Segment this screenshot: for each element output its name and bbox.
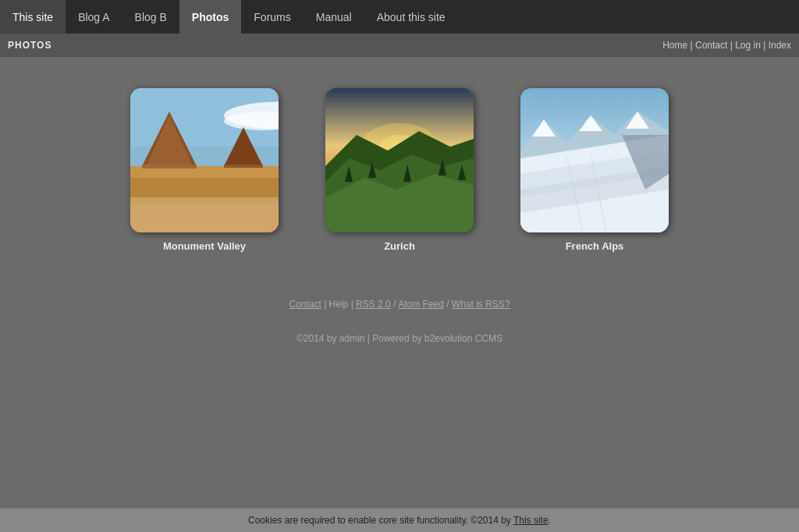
- page-title: Photos: [8, 40, 51, 51]
- svg-rect-10: [142, 165, 197, 168]
- photo-thumb-french-alps: [520, 88, 669, 232]
- photo-grid: Monument Valley: [130, 88, 669, 252]
- nav-item-forums[interactable]: Forums: [241, 0, 303, 34]
- breadcrumb-contact[interactable]: Contact: [695, 40, 727, 51]
- nav-item-photos[interactable]: Photos: [179, 0, 241, 34]
- photo-thumb-zurich: [325, 88, 474, 232]
- photo-label-monument-valley: Monument Valley: [163, 240, 246, 252]
- breadcrumb-links: Home | Contact | Log in | Index: [662, 40, 791, 51]
- main-nav: This site Blog A Blog B Photos Forums Ma…: [0, 0, 799, 34]
- footer-atom-link[interactable]: Atom Feed: [398, 299, 444, 310]
- photo-thumb-monument-valley: [130, 88, 279, 232]
- svg-rect-12: [130, 205, 279, 232]
- breadcrumb-index[interactable]: Index: [769, 40, 791, 51]
- main-content: Monument Valley: [0, 57, 799, 391]
- cookie-this-site-link[interactable]: This site: [513, 515, 549, 526]
- footer-what-is-rss-link[interactable]: What is RSS?: [452, 299, 510, 310]
- svg-rect-11: [224, 165, 263, 168]
- footer-contact-link[interactable]: Contact: [289, 299, 321, 310]
- breadcrumb-home[interactable]: Home: [662, 40, 687, 51]
- photo-item-french-alps[interactable]: French Alps: [520, 88, 669, 252]
- photo-item-monument-valley[interactable]: Monument Valley: [130, 88, 279, 252]
- photo-item-zurich[interactable]: Zurich: [325, 88, 474, 252]
- nav-item-blog-b[interactable]: Blog B: [123, 0, 179, 34]
- footer-links: Contact | Help | RSS 2.0 / Atom Feed / W…: [289, 299, 510, 310]
- cookie-suffix: .: [549, 515, 551, 526]
- breadcrumb-bar: Photos Home | Contact | Log in | Index: [0, 34, 799, 57]
- photo-label-zurich: Zurich: [384, 240, 415, 252]
- photo-label-french-alps: French Alps: [566, 240, 624, 252]
- nav-item-about[interactable]: About this site: [364, 0, 458, 34]
- nav-item-this-site[interactable]: This site: [0, 0, 66, 34]
- footer-rss-link[interactable]: RSS 2.0: [356, 299, 391, 310]
- cookie-text: Cookies are required to enable core site…: [248, 515, 513, 526]
- footer-copyright: ©2014 by admin | Powered by b2evolution …: [297, 333, 502, 344]
- nav-item-manual[interactable]: Manual: [304, 0, 364, 34]
- cookie-bar: Cookies are required to enable core site…: [0, 508, 799, 532]
- nav-item-blog-a[interactable]: Blog A: [66, 0, 122, 34]
- breadcrumb-login[interactable]: Log in: [735, 40, 761, 51]
- footer-help: Help: [329, 299, 349, 310]
